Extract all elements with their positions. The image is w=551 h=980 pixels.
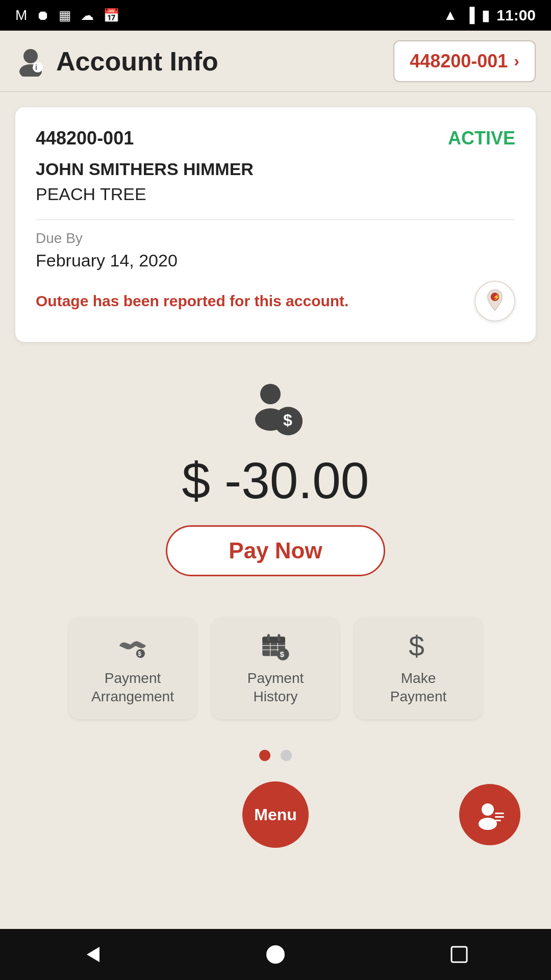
dollar-icon: $ bbox=[403, 630, 434, 661]
payment-arrangement-label: Payment Arrangement bbox=[91, 669, 174, 706]
page-indicators bbox=[15, 750, 536, 761]
outage-map-button[interactable]: ⚡ bbox=[474, 281, 515, 322]
balance-section: $ $ -30.00 Pay Now bbox=[15, 362, 536, 617]
account-number-label: 448200-001 bbox=[410, 51, 508, 72]
payment-history-label: Payment History bbox=[247, 669, 304, 706]
home-icon bbox=[263, 942, 288, 967]
svg-text:$: $ bbox=[280, 649, 285, 658]
recent-apps-button[interactable] bbox=[446, 942, 472, 967]
svg-point-23 bbox=[482, 803, 494, 816]
record-icon: ⏺ bbox=[36, 8, 49, 23]
svg-text:i: i bbox=[35, 63, 37, 71]
status-badge: ACTIVE bbox=[448, 128, 515, 149]
status-icons-right: ▲ ▐ ▮ 11:00 bbox=[443, 7, 536, 24]
balance-icon-container: $ bbox=[242, 383, 309, 441]
menu-label: Menu bbox=[254, 805, 297, 824]
person-dollar-icon: $ bbox=[242, 383, 309, 439]
handshake-icon: $ bbox=[117, 630, 148, 661]
balance-amount: $ -30.00 bbox=[182, 451, 369, 510]
due-by-label: Due By bbox=[36, 230, 515, 247]
account-address: PEACH TREE bbox=[36, 184, 515, 204]
svg-text:$: $ bbox=[283, 411, 292, 429]
svg-rect-13 bbox=[262, 636, 285, 643]
make-payment-button[interactable]: $ Make Payment bbox=[355, 617, 482, 719]
svg-point-6 bbox=[260, 384, 281, 404]
svg-point-24 bbox=[479, 818, 497, 830]
svg-text:⚡: ⚡ bbox=[493, 293, 500, 301]
svg-rect-14 bbox=[267, 634, 270, 641]
wifi-icon: ▲ bbox=[443, 7, 458, 23]
chevron-right-icon: › bbox=[514, 52, 519, 70]
account-number-button[interactable]: 448200-001 › bbox=[393, 40, 536, 82]
make-payment-label: Make Payment bbox=[390, 669, 447, 706]
signal-icon: ▐ bbox=[464, 7, 474, 23]
time-display: 11:00 bbox=[496, 7, 536, 24]
sim-icon: ▦ bbox=[59, 8, 71, 23]
outage-message: Outage has been reported for this accoun… bbox=[36, 292, 474, 310]
app-header: i Account Info 448200-001 › bbox=[0, 31, 551, 92]
svg-rect-30 bbox=[452, 947, 467, 962]
status-icons-left: M ⏺ ▦ ☁ 📅 bbox=[15, 7, 119, 23]
gmail-icon: M bbox=[15, 7, 27, 23]
svg-marker-28 bbox=[87, 947, 99, 962]
svg-point-0 bbox=[23, 49, 38, 63]
svg-rect-26 bbox=[495, 816, 504, 818]
bottom-area: Menu bbox=[15, 781, 536, 848]
cloud-icon: ☁ bbox=[81, 8, 94, 23]
svg-text:$: $ bbox=[138, 650, 141, 657]
svg-text:$: $ bbox=[409, 630, 424, 661]
due-by-date: February 14, 2020 bbox=[36, 251, 515, 271]
user-icon: i bbox=[15, 46, 46, 77]
account-name: JOHN SMITHERS HIMMER bbox=[36, 159, 515, 179]
page-indicator-2 bbox=[281, 750, 292, 761]
payment-history-button[interactable]: $ Payment History bbox=[212, 617, 339, 719]
contact-button[interactable] bbox=[459, 784, 520, 845]
back-button[interactable] bbox=[79, 942, 105, 967]
svg-point-2 bbox=[33, 62, 43, 72]
page-title: Account Info bbox=[56, 46, 218, 77]
card-account-number: 448200-001 bbox=[36, 128, 134, 149]
account-card: 448200-001 ACTIVE JOHN SMITHERS HIMMER P… bbox=[15, 107, 536, 342]
payment-arrangement-button[interactable]: $ Payment Arrangement bbox=[69, 617, 196, 719]
svg-rect-25 bbox=[495, 813, 504, 814]
card-divider bbox=[36, 219, 515, 220]
outage-row: Outage has been reported for this accoun… bbox=[36, 281, 515, 322]
header-left: i Account Info bbox=[15, 46, 218, 77]
battery-icon: ▮ bbox=[482, 7, 489, 24]
svg-rect-15 bbox=[278, 634, 280, 641]
calendar-icon: 📅 bbox=[103, 8, 119, 23]
pay-now-button[interactable]: Pay Now bbox=[166, 525, 385, 576]
card-header: 448200-001 ACTIVE bbox=[36, 128, 515, 149]
calendar-dollar-icon: $ bbox=[260, 630, 291, 661]
back-icon bbox=[79, 942, 105, 967]
svg-point-29 bbox=[266, 945, 285, 964]
menu-button[interactable]: Menu bbox=[242, 781, 309, 848]
contact-icon bbox=[473, 798, 506, 831]
android-nav-bar bbox=[0, 929, 551, 980]
page-indicator-1 bbox=[259, 750, 270, 761]
outage-pin-icon: ⚡ bbox=[482, 288, 508, 314]
home-button[interactable] bbox=[263, 942, 288, 967]
recent-apps-icon bbox=[446, 942, 472, 967]
main-content: 448200-001 ACTIVE JOHN SMITHERS HIMMER P… bbox=[0, 92, 551, 863]
svg-rect-27 bbox=[495, 820, 501, 821]
action-buttons-row: $ Payment Arrangement bbox=[15, 617, 536, 719]
status-bar: M ⏺ ▦ ☁ 📅 ▲ ▐ ▮ 11:00 bbox=[0, 0, 551, 31]
